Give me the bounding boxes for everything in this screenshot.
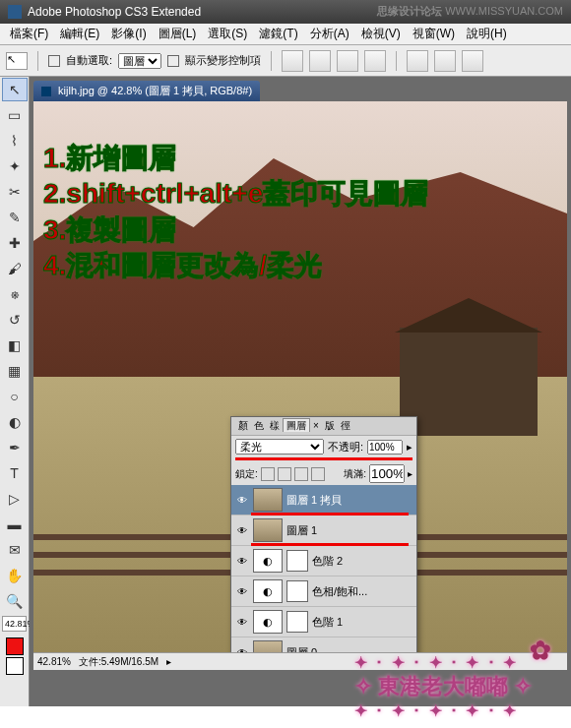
app-title: Adobe Photoshop CS3 Extended: [28, 5, 201, 19]
toolbox-zoom[interactable]: 42.81%: [2, 616, 27, 632]
layers-list: 👁圖層 1 拷貝👁圖層 1👁◐色階 2👁◐色相/飽和...👁◐色階 1👁圖層 0: [231, 485, 416, 652]
lock-all-icon[interactable]: [311, 467, 325, 481]
layer-thumb[interactable]: ◐: [253, 610, 283, 634]
opacity-label: 不透明:: [328, 440, 363, 455]
layer-row[interactable]: 👁圖層 1: [231, 516, 416, 546]
menu-item[interactable]: 說明(H): [461, 26, 513, 42]
hand-tool[interactable]: ✋: [2, 564, 28, 587]
blur-tool[interactable]: ○: [2, 385, 28, 408]
notes-tool[interactable]: ✉: [2, 538, 28, 562]
align-button[interactable]: [337, 50, 358, 72]
align-button[interactable]: [364, 50, 386, 72]
distribute-button[interactable]: [462, 50, 483, 72]
blend-mode-dropdown[interactable]: 柔光: [235, 439, 324, 455]
gradient-tool[interactable]: ▦: [2, 359, 28, 383]
layer-row[interactable]: 👁◐色階 1: [231, 607, 416, 637]
layer-row[interactable]: 👁圖層 1 拷貝: [231, 485, 416, 516]
visibility-icon[interactable]: 👁: [235, 493, 249, 507]
lasso-tool[interactable]: ⌇: [2, 129, 28, 152]
status-filesize: 文件:5.49M/16.5M: [79, 655, 159, 669]
dodge-tool[interactable]: ◐: [2, 410, 28, 434]
path-tool[interactable]: ▷: [2, 487, 28, 511]
eraser-tool[interactable]: ◧: [2, 334, 28, 357]
menu-item[interactable]: 濾鏡(T): [253, 26, 303, 42]
move-tool[interactable]: ↖: [2, 78, 28, 101]
auto-select-dropdown[interactable]: 圖層: [118, 53, 161, 69]
document-tab[interactable]: kijlh.jpg @ 42.8% (圖層 1 拷貝, RGB/8#): [33, 81, 260, 101]
visibility-icon[interactable]: 👁: [235, 554, 249, 568]
canvas[interactable]: 1.新增圖層2.shift+ctrl+alt+e蓋印可見圖層3.複製圖層4.混和…: [33, 101, 567, 652]
panel-tab[interactable]: 色: [251, 419, 267, 432]
visibility-icon[interactable]: 👁: [235, 615, 249, 629]
distribute-button[interactable]: [434, 50, 456, 72]
brush-tool[interactable]: 🖌: [2, 257, 28, 280]
fill-arrow-icon[interactable]: ▸: [408, 468, 412, 479]
lock-label: 鎖定:: [235, 467, 258, 481]
layer-row[interactable]: 👁◐色階 2: [231, 546, 416, 576]
panel-tab[interactable]: 徑: [338, 419, 353, 432]
panel-tab[interactable]: 圖層: [283, 418, 310, 432]
layer-thumb[interactable]: ◐: [253, 549, 283, 573]
auto-select-checkbox[interactable]: [48, 55, 60, 67]
status-arrow-icon[interactable]: ▸: [166, 656, 171, 667]
shape-tool[interactable]: ▬: [2, 513, 28, 536]
move-tool-icon[interactable]: ↖: [6, 52, 28, 70]
opacity-input[interactable]: [367, 440, 403, 455]
layer-name: 色相/飽和...: [312, 584, 367, 599]
align-button[interactable]: [282, 50, 303, 72]
status-zoom[interactable]: 42.81%: [37, 656, 71, 667]
visibility-icon[interactable]: 👁: [235, 523, 249, 537]
panel-tab[interactable]: 顏: [235, 419, 251, 432]
menu-item[interactable]: 視窗(W): [407, 26, 461, 42]
layer-row[interactable]: 👁◐色相/飽和...: [231, 576, 416, 607]
pen-tool[interactable]: ✒: [2, 436, 28, 459]
menu-item[interactable]: 編輯(E): [54, 26, 105, 42]
signature-stamp: ✿ ✦ ･ ✦ ･ ✦ ･ ✦ ･ ✦ ✧ 東港老大嘟嘟 ✧ ✦ ･ ✦ ･ ✦…: [354, 653, 532, 720]
menu-item[interactable]: 分析(A): [304, 26, 355, 42]
crop-tool[interactable]: ✂: [2, 180, 28, 204]
options-bar: ↖ 自動選取: 圖層 顯示變形控制項: [0, 45, 571, 77]
opacity-arrow-icon[interactable]: ▸: [407, 441, 412, 454]
transform-checkbox[interactable]: [167, 55, 179, 67]
panel-tabs[interactable]: 顏色樣圖層×版徑: [231, 417, 416, 436]
layer-name: 圖層 0: [286, 645, 317, 653]
layer-thumb[interactable]: ◐: [253, 579, 283, 603]
panel-tab[interactable]: ×: [310, 419, 322, 432]
menu-item[interactable]: 圖層(L): [153, 26, 203, 42]
layer-thumb[interactable]: [253, 518, 283, 542]
lock-position-icon[interactable]: [294, 467, 308, 481]
watermark-cn: 思缘设计论坛: [377, 5, 442, 17]
visibility-icon[interactable]: 👁: [235, 584, 249, 598]
app-icon: [8, 5, 22, 19]
layer-row[interactable]: 👁圖層 0: [231, 637, 416, 652]
layer-thumb[interactable]: [253, 640, 283, 652]
layer-thumb[interactable]: [253, 488, 283, 512]
eyedropper-tool[interactable]: ✎: [2, 206, 28, 229]
stamp-tool[interactable]: ⎈: [2, 282, 28, 306]
menu-item[interactable]: 影像(I): [105, 26, 152, 42]
lock-transparent-icon[interactable]: [261, 467, 275, 481]
visibility-icon[interactable]: 👁: [235, 645, 249, 652]
wand-tool[interactable]: ✦: [2, 154, 28, 178]
marquee-tool[interactable]: ▭: [2, 103, 28, 127]
fg-color[interactable]: [6, 637, 24, 655]
menu-item[interactable]: 檢視(V): [355, 26, 407, 42]
lock-image-icon[interactable]: [278, 467, 291, 481]
menu-item[interactable]: 選取(S): [202, 26, 253, 42]
fill-input[interactable]: [369, 464, 405, 483]
menubar[interactable]: 檔案(F)編輯(E)影像(I)圖層(L)選取(S)濾鏡(T)分析(A)檢視(V)…: [0, 24, 571, 45]
menu-item[interactable]: 檔案(F): [4, 26, 54, 42]
layer-mask[interactable]: [286, 611, 308, 633]
distribute-button[interactable]: [407, 50, 428, 72]
align-button[interactable]: [309, 50, 331, 72]
heal-tool[interactable]: ✚: [2, 231, 28, 255]
zoom-tool[interactable]: 🔍: [2, 589, 28, 613]
panel-tab[interactable]: 版: [322, 419, 338, 432]
layer-mask[interactable]: [286, 580, 308, 602]
bg-color[interactable]: [6, 657, 24, 675]
type-tool[interactable]: T: [2, 461, 28, 485]
panel-tab[interactable]: 樣: [267, 419, 283, 432]
history-tool[interactable]: ↺: [2, 308, 28, 332]
layer-mask[interactable]: [286, 550, 308, 572]
layers-panel[interactable]: 顏色樣圖層×版徑 柔光 不透明: ▸ 鎖定: 填滿: ▸: [230, 416, 417, 652]
